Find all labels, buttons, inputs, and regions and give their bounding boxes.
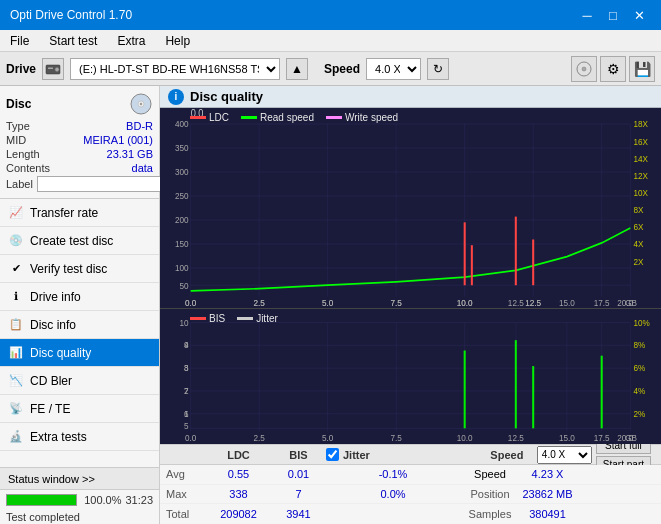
disc-panel: Disc Type BD-R MID MEIRA1 (001) Length: [0, 86, 159, 199]
svg-rect-64: [160, 309, 661, 444]
svg-text:6X: 6X: [633, 222, 643, 233]
sidebar-item-label: Disc info: [30, 318, 76, 332]
drive-icon: [42, 58, 64, 80]
menu-extra[interactable]: Extra: [107, 32, 155, 50]
max-label: Max: [166, 488, 206, 500]
write-speed-color: [326, 116, 342, 119]
status-bar: Status window >> 100.0% 31:23 Test compl…: [0, 467, 159, 524]
sidebar-item-label: Extra tests: [30, 430, 87, 444]
disc-quality-icon: 📊: [8, 345, 24, 361]
svg-text:GB: GB: [625, 434, 637, 443]
create-test-disc-icon: 💿: [8, 233, 24, 249]
sidebar-item-label: Create test disc: [30, 234, 113, 248]
close-button[interactable]: ✕: [627, 4, 651, 26]
disc-contents-row: Contents data: [6, 162, 153, 174]
eject-button[interactable]: ▲: [286, 58, 308, 80]
sidebar-item-verify-test-disc[interactable]: ✔ Verify test disc: [0, 255, 159, 283]
legend-read-speed-label: Read speed: [260, 112, 314, 123]
legend-read-speed: Read speed: [241, 112, 314, 123]
sidebar-item-extra-tests[interactable]: 🔬 Extra tests: [0, 423, 159, 451]
svg-text:12.5: 12.5: [508, 297, 524, 308]
sidebar-item-disc-quality[interactable]: 📊 Disc quality: [0, 339, 159, 367]
sidebar-item-disc-info[interactable]: 📋 Disc info: [0, 311, 159, 339]
sidebar-item-transfer-rate[interactable]: 📈 Transfer rate: [0, 199, 159, 227]
menubar: File Start test Extra Help: [0, 30, 661, 52]
total-label: Total: [166, 508, 206, 520]
legend-write-speed-label: Write speed: [345, 112, 398, 123]
svg-text:2%: 2%: [633, 410, 645, 419]
chart-area: i Disc quality LDC Read speed: [160, 86, 661, 524]
position-val: 23862 MB: [520, 488, 575, 500]
svg-text:12.5: 12.5: [508, 434, 524, 443]
stats-jitter-section: Jitter: [326, 448, 477, 461]
svg-text:15.0: 15.0: [559, 434, 575, 443]
jitter-checkbox[interactable]: [326, 448, 339, 461]
svg-text:400: 400: [175, 119, 189, 130]
upper-chart-legend: LDC Read speed Write speed: [190, 112, 398, 123]
sidebar-item-drive-info[interactable]: ℹ Drive info: [0, 283, 159, 311]
sidebar-item-label: Transfer rate: [30, 206, 98, 220]
svg-text:350: 350: [175, 143, 189, 154]
avg-label: Avg: [166, 468, 206, 480]
bis-color: [190, 317, 206, 320]
drive-info-icon: ℹ: [8, 289, 24, 305]
svg-text:7.5: 7.5: [391, 434, 403, 443]
upper-chart: LDC Read speed Write speed: [160, 108, 661, 309]
svg-text:1: 1: [184, 410, 189, 419]
svg-text:4X: 4X: [633, 239, 643, 250]
jitter-color: [237, 317, 253, 320]
lower-chart-legend: BIS Jitter: [190, 313, 278, 324]
disc-length-row: Length 23.31 GB: [6, 148, 153, 160]
status-progress-bar: [6, 494, 77, 506]
disc-type-row: Type BD-R: [6, 120, 153, 132]
svg-text:0.0: 0.0: [185, 297, 197, 308]
refresh-button[interactable]: ↻: [427, 58, 449, 80]
samples-label: Samples: [460, 508, 520, 520]
menu-help[interactable]: Help: [155, 32, 200, 50]
status-progress-row: 100.0% 31:23: [0, 490, 159, 510]
disc-label-input[interactable]: [37, 176, 170, 192]
read-speed-color: [241, 116, 257, 119]
sidebar-item-label: Verify test disc: [30, 262, 107, 276]
svg-text:4%: 4%: [633, 387, 645, 396]
disc-length-label: Length: [6, 148, 40, 160]
svg-text:5: 5: [184, 422, 189, 431]
disc-button[interactable]: [571, 56, 597, 82]
fe-te-icon: 📡: [8, 401, 24, 417]
svg-text:7.5: 7.5: [391, 297, 403, 308]
menu-file[interactable]: File: [0, 32, 39, 50]
avg-bis: 0.01: [271, 468, 326, 480]
minimize-button[interactable]: ─: [575, 4, 599, 26]
window-controls: ─ □ ✕: [575, 4, 651, 26]
svg-text:300: 300: [175, 167, 189, 178]
sidebar-item-create-test-disc[interactable]: 💿 Create test disc: [0, 227, 159, 255]
transfer-rate-icon: 📈: [8, 205, 24, 221]
svg-text:16X: 16X: [633, 136, 648, 147]
total-bis: 3941: [271, 508, 326, 520]
maximize-button[interactable]: □: [601, 4, 625, 26]
verify-test-disc-icon: ✔: [8, 261, 24, 277]
stats-speed-select[interactable]: 4.0 X: [537, 446, 592, 464]
stats-bis-header: BIS: [271, 449, 326, 461]
legend-write-speed: Write speed: [326, 112, 398, 123]
svg-text:0.0: 0.0: [185, 434, 197, 443]
max-bis: 7: [271, 488, 326, 500]
legend-bis: BIS: [190, 313, 225, 324]
stats-bar: LDC BIS Jitter Speed 4.0 X Start full St…: [160, 444, 661, 524]
status-progress-text: 100.0%: [81, 494, 121, 506]
svg-text:150: 150: [175, 239, 189, 250]
sidebar-item-fe-te[interactable]: 📡 FE / TE: [0, 395, 159, 423]
status-window-button[interactable]: Status window >>: [0, 468, 159, 490]
disc-contents-label: Contents: [6, 162, 50, 174]
save-button[interactable]: 💾: [629, 56, 655, 82]
charts-container: LDC Read speed Write speed: [160, 108, 661, 444]
settings-button[interactable]: ⚙: [600, 56, 626, 82]
sidebar-item-cd-bler[interactable]: 📉 CD Bler: [0, 367, 159, 395]
chart-title: Disc quality: [190, 89, 263, 104]
drive-select[interactable]: (E:) HL-DT-ST BD-RE WH16NS58 TST4: [70, 58, 280, 80]
menu-start-test[interactable]: Start test: [39, 32, 107, 50]
speed-select[interactable]: 4.0 X: [366, 58, 421, 80]
lower-chart: BIS Jitter: [160, 309, 661, 444]
svg-text:17.5: 17.5: [594, 297, 610, 308]
svg-text:18X: 18X: [633, 119, 648, 130]
